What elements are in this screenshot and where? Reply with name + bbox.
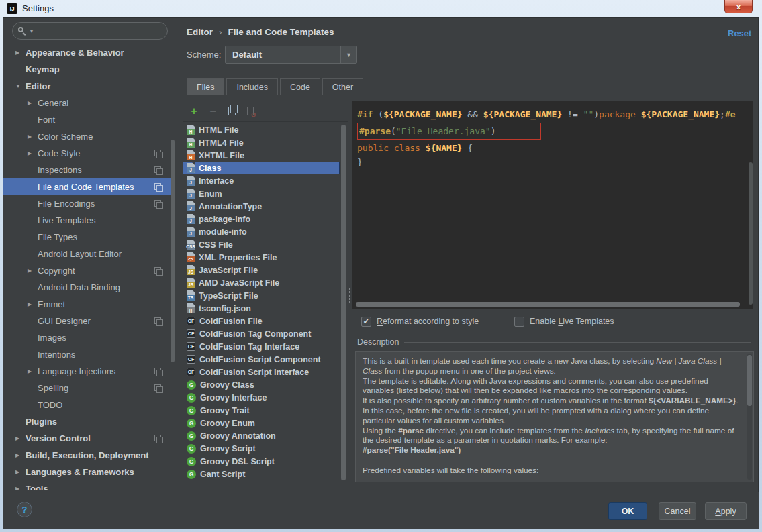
description-scrollbar[interactable]: [747, 354, 752, 480]
tab-includes[interactable]: Includes: [226, 78, 278, 95]
template-item-coldfusion-tag-interface[interactable]: CFColdFusion Tag Interface: [183, 340, 340, 353]
template-item-groovy-annotation[interactable]: GGroovy Annotation: [183, 429, 340, 442]
template-item-xhtml-file[interactable]: HXHTML File: [183, 149, 340, 162]
template-item-groovy-enum[interactable]: GGroovy Enum: [183, 417, 340, 429]
editor-vertical-scrollbar[interactable]: [749, 162, 753, 305]
breadcrumb-editor[interactable]: Editor: [187, 27, 213, 37]
template-item-amd-javascript-file[interactable]: JSAMD JavaScript File: [183, 276, 340, 289]
sidebar-scrollbar[interactable]: [171, 140, 175, 362]
template-item-groovy-dsl-script[interactable]: GGroovy DSL Script: [183, 455, 340, 468]
sidebar-item-build-execution-deployment[interactable]: ▶Build, Execution, Deployment: [3, 447, 171, 464]
sidebar-item-font[interactable]: Font: [3, 111, 171, 128]
sidebar-item-intentions[interactable]: Intentions: [3, 346, 171, 363]
template-item-annotationtype[interactable]: JAnnotationType: [183, 200, 340, 213]
template-item-typescript-file[interactable]: TSTypeScript File: [183, 289, 340, 302]
apply-button[interactable]: Apply: [705, 502, 747, 520]
sidebar-item-emmet[interactable]: ▶Emmet: [3, 296, 171, 313]
sidebar-item-live-templates[interactable]: Live Templates: [3, 212, 171, 229]
sidebar-item-language-injections[interactable]: ▶Language Injections: [3, 363, 171, 380]
template-code-editor[interactable]: #if (${PACKAGE_NAME} && ${PACKAGE_NAME} …: [352, 101, 753, 309]
sidebar-item-keymap[interactable]: Keymap: [3, 61, 171, 78]
template-list-scrollbar[interactable]: [341, 125, 346, 480]
sidebar-item-gui-designer[interactable]: GUI Designer: [3, 313, 171, 329]
template-item-groovy-script[interactable]: GGroovy Script: [183, 442, 340, 455]
chevron-right-icon[interactable]: ▶: [28, 134, 38, 140]
template-item-module-info[interactable]: Jmodule-info: [183, 225, 340, 238]
sidebar-item-version-control[interactable]: ▶Version Control: [3, 430, 171, 447]
live-templates-label[interactable]: Enable Live Templates: [530, 317, 614, 326]
template-item-css-file[interactable]: CSSCSS File: [183, 238, 340, 251]
template-item-class[interactable]: JClass: [183, 162, 340, 174]
chevron-right-icon[interactable]: ▶: [28, 100, 38, 106]
description-scrollbar-thumb[interactable]: [747, 355, 752, 406]
sidebar-item-color-scheme[interactable]: ▶Color Scheme: [3, 128, 171, 145]
add-template-icon[interactable]: +: [188, 105, 200, 117]
template-item-groovy-class[interactable]: GGroovy Class: [183, 378, 340, 391]
sidebar-item-copyright[interactable]: ▶Copyright: [3, 262, 171, 279]
copy-template-icon[interactable]: [226, 105, 238, 117]
template-item-coldfusion-file[interactable]: CFColdFusion File: [183, 315, 340, 327]
template-item-gant-script[interactable]: GGant Script: [183, 468, 340, 480]
sidebar-item-todo[interactable]: TODO: [3, 396, 171, 413]
search-icon[interactable]: [18, 26, 29, 36]
sidebar-item-languages-frameworks[interactable]: ▶Languages & Frameworks: [3, 464, 171, 480]
template-item-label: AnnotationType: [199, 202, 262, 211]
template-item-coldfusion-script-component[interactable]: CFColdFusion Script Component: [183, 353, 340, 366]
search-options-caret-icon[interactable]: ▾: [30, 28, 33, 34]
editor-horizontal-scrollbar[interactable]: [356, 302, 740, 307]
template-item-html4-file[interactable]: HHTML4 File: [183, 136, 340, 149]
tab-other[interactable]: Other: [322, 78, 363, 95]
close-button[interactable]: x: [724, 0, 753, 13]
chevron-down-icon[interactable]: ▼: [340, 46, 356, 63]
template-item-javascript-file[interactable]: JSJavaScript File: [183, 264, 340, 276]
sidebar-item-file-encodings[interactable]: File Encodings: [3, 195, 171, 212]
chevron-right-icon[interactable]: ▶: [28, 368, 38, 374]
search-input[interactable]: ▾: [12, 22, 168, 40]
sidebar-item-spelling[interactable]: Spelling: [3, 380, 171, 396]
chevron-right-icon[interactable]: ▶: [15, 469, 26, 475]
search-field[interactable]: [37, 26, 151, 36]
chevron-right-icon[interactable]: ▶: [28, 150, 38, 156]
sidebar-item-file-and-code-templates[interactable]: File and Code Templates: [3, 178, 171, 195]
template-item-groovy-trait[interactable]: GGroovy Trait: [183, 404, 340, 417]
sidebar-item-android-layout-editor[interactable]: Android Layout Editor: [3, 246, 171, 262]
scheme-select[interactable]: Default ▼: [225, 46, 357, 64]
template-item-enum[interactable]: JEnum: [183, 187, 340, 200]
sidebar-item-code-style[interactable]: ▶Code Style: [3, 145, 171, 162]
live-templates-checkbox[interactable]: [514, 317, 524, 327]
template-item-tsconfig-json[interactable]: {}tsconfig.json: [183, 302, 340, 315]
title-bar[interactable]: IJ Settings x: [0, 0, 762, 17]
template-item-coldfusion-script-interface[interactable]: CFColdFusion Script Interface: [183, 366, 340, 378]
template-item-coldfusion-tag-component[interactable]: CFColdFusion Tag Component: [183, 327, 340, 340]
chevron-right-icon[interactable]: ▶: [15, 435, 26, 441]
sidebar-item-appearance-behavior[interactable]: ▶Appearance & Behavior: [3, 44, 171, 61]
tab-files[interactable]: Files: [187, 78, 224, 95]
chevron-right-icon[interactable]: ▶: [15, 50, 26, 56]
help-button[interactable]: ?: [17, 502, 32, 517]
chevron-right-icon[interactable]: ▶: [15, 452, 26, 458]
cancel-button[interactable]: Cancel: [659, 502, 696, 520]
sidebar-item-plugins[interactable]: Plugins: [3, 413, 171, 430]
template-item-xml-properties-file[interactable]: <>XML Properties File: [183, 251, 340, 264]
template-item-package-info[interactable]: Jpackage-info: [183, 213, 340, 225]
reset-link[interactable]: Reset: [728, 28, 751, 38]
reformat-label[interactable]: Reformat according to style: [377, 317, 479, 326]
sidebar-item-tools[interactable]: ▶Tools: [3, 480, 171, 490]
template-item-html-file[interactable]: HHTML File: [183, 123, 340, 136]
reformat-checkbox[interactable]: ✓: [361, 317, 371, 327]
chevron-down-icon[interactable]: ▼: [15, 83, 26, 89]
sidebar-item-inspections[interactable]: Inspections: [3, 162, 171, 178]
chevron-right-icon[interactable]: ▶: [28, 268, 38, 274]
sidebar-item-editor[interactable]: ▼Editor: [3, 78, 171, 95]
template-item-interface[interactable]: JInterface: [183, 174, 340, 187]
ok-button[interactable]: OK: [608, 502, 647, 520]
chevron-right-icon[interactable]: ▶: [28, 301, 38, 307]
chevron-right-icon[interactable]: ▶: [15, 486, 26, 490]
template-item-groovy-interface[interactable]: GGroovy Interface: [183, 391, 340, 404]
sidebar-item-android-data-binding[interactable]: Android Data Binding: [3, 279, 171, 296]
sidebar-item-general[interactable]: ▶General: [3, 95, 171, 111]
template-item-label: XML Properties File: [199, 253, 277, 262]
sidebar-item-images[interactable]: Images: [3, 329, 171, 346]
sidebar-item-file-types[interactable]: File Types: [3, 229, 171, 246]
tab-code[interactable]: Code: [280, 78, 320, 95]
